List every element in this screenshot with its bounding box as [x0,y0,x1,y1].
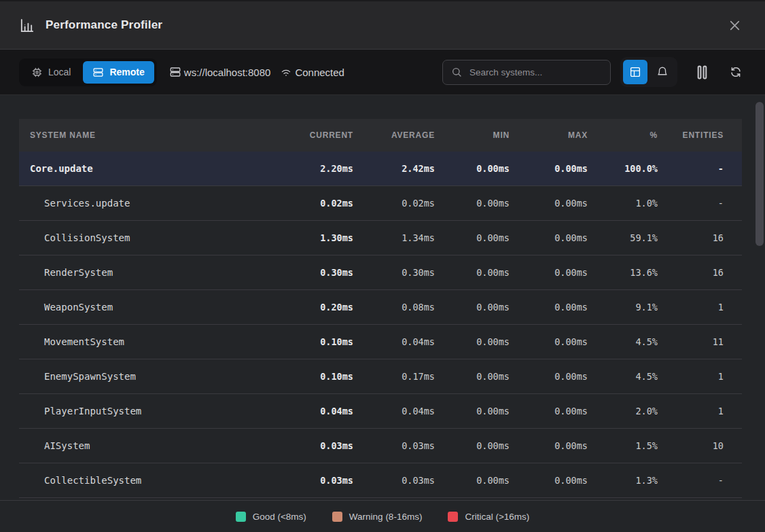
systems-table: SYSTEM NAME CURRENT AVERAGE MIN MAX % EN… [19,119,742,498]
average-cell: 0.30ms [353,267,435,278]
max-cell: 0.00ms [510,198,588,209]
table-row[interactable]: WeaponSystem 0.20ms 0.08ms 0.00ms 0.00ms… [19,290,742,325]
search-icon [451,67,462,77]
endpoint-server-icon [169,66,181,78]
alerts-button[interactable] [650,60,675,84]
page-title: Performance Profiler [46,18,162,32]
percent-cell: 1.5% [588,440,658,451]
system-name-cell: Services.update [30,198,272,209]
performance-profiler-window: Performance Profiler Local [0,0,765,532]
local-mode-button[interactable]: Local [22,61,80,84]
bell-icon [656,66,669,78]
good-swatch-icon [236,512,246,522]
entities-cell: - [658,475,724,486]
entities-cell: 10 [658,440,724,451]
current-cell: 0.20ms [272,302,353,313]
threshold-legend: Good (<8ms) Warning (8-16ms) Critical (>… [0,500,765,532]
legend-item-warning: Warning (8-16ms) [332,512,423,522]
column-header-average[interactable]: AVERAGE [353,130,435,140]
table-row[interactable]: RenderSystem 0.30ms 0.30ms 0.00ms 0.00ms… [19,255,742,290]
search-box [442,60,611,85]
system-name-cell: MovementSystem [30,336,272,347]
current-cell: 0.30ms [272,267,353,278]
system-name-cell: RenderSystem [30,267,272,278]
table-view-button[interactable] [623,60,647,84]
percent-cell: 4.5% [588,371,658,382]
table-row[interactable]: MovementSystem 0.10ms 0.04ms 0.00ms 0.00… [19,325,742,359]
current-cell: 0.03ms [272,475,353,486]
column-header-min[interactable]: MIN [435,130,510,140]
bar-chart-icon [19,18,35,33]
critical-swatch-icon [448,512,458,522]
column-header-current[interactable]: CURRENT [272,130,353,140]
system-name-cell: EnemySpawnSystem [30,371,272,382]
max-cell: 0.00ms [510,406,588,416]
max-cell: 0.00ms [510,163,588,174]
percent-cell: 1.3% [588,475,658,486]
average-cell: 0.03ms [353,440,435,451]
warning-swatch-icon [332,512,342,522]
percent-cell: 59.1% [588,232,658,243]
refresh-icon [730,66,742,78]
search-input[interactable] [468,67,602,78]
system-name-cell: PlayerInputSystem [30,406,272,416]
entities-cell: 16 [658,232,724,243]
max-cell: 0.00ms [510,475,588,486]
refresh-button[interactable] [726,62,746,82]
entities-cell: - [658,198,724,209]
column-header-percent[interactable]: % [588,130,658,140]
local-mode-label: Local [48,67,71,77]
connection-status: Connected [295,67,344,78]
min-cell: 0.00ms [435,302,510,313]
pause-button[interactable] [692,61,712,84]
legend-item-good: Good (<8ms) [236,512,306,522]
remote-mode-button[interactable]: Remote [83,61,154,84]
entities-cell: 1 [658,371,724,382]
column-header-max[interactable]: MAX [510,130,588,140]
max-cell: 0.00ms [510,440,588,451]
connection-info: ws://localhost:8080 Connected [169,66,344,78]
min-cell: 0.00ms [435,371,510,382]
system-name-cell: WeaponSystem [30,302,272,313]
column-header-system-name[interactable]: SYSTEM NAME [30,130,272,140]
current-cell: 0.10ms [272,336,353,347]
table-row[interactable]: PlayerInputSystem 0.04ms 0.04ms 0.00ms 0… [19,394,742,429]
vertical-scrollbar-thumb[interactable] [755,102,764,246]
cpu-chip-icon [31,67,43,78]
average-cell: 1.34ms [353,232,435,243]
table-row[interactable]: AISystem 0.03ms 0.03ms 0.00ms 0.00ms 1.5… [19,429,742,463]
column-header-entities[interactable]: ENTITIES [658,130,724,140]
legend-label-good: Good (<8ms) [253,512,306,522]
max-cell: 0.00ms [510,371,588,382]
server-icon [92,67,104,78]
current-cell: 0.04ms [272,406,353,416]
table-row[interactable]: Services.update 0.02ms 0.02ms 0.00ms 0.0… [19,186,742,221]
legend-item-critical: Critical (>16ms) [448,512,529,522]
endpoint-url: ws://localhost:8080 [184,67,271,78]
close-button[interactable] [724,14,746,37]
pause-icon [696,65,708,79]
average-cell: 0.04ms [353,336,435,347]
min-cell: 0.00ms [435,163,510,174]
table-row[interactable]: EnemySpawnSystem 0.10ms 0.17ms 0.00ms 0.… [19,359,742,394]
close-icon [728,18,742,33]
table-row[interactable]: CollisionSystem 1.30ms 1.34ms 0.00ms 0.0… [19,221,742,255]
current-cell: 0.02ms [272,198,353,209]
entities-cell: 11 [658,336,724,347]
max-cell: 0.00ms [510,267,588,278]
min-cell: 0.00ms [435,198,510,209]
percent-cell: 1.0% [588,198,658,209]
min-cell: 0.00ms [435,336,510,347]
connection-mode-toggle: Local Remote [19,58,157,86]
max-cell: 0.00ms [510,302,588,313]
system-name-cell: AISystem [30,440,272,451]
remote-mode-label: Remote [109,67,144,77]
percent-cell: 13.6% [588,267,658,278]
table-row[interactable]: CollectibleSystem 0.03ms 0.03ms 0.00ms 0… [19,463,742,498]
percent-cell: 9.1% [588,302,658,313]
min-cell: 0.00ms [435,267,510,278]
table-row[interactable]: Core.update 2.20ms 2.42ms 0.00ms 0.00ms … [19,152,742,186]
min-cell: 0.00ms [435,406,510,416]
average-cell: 0.04ms [353,406,435,416]
min-cell: 0.00ms [435,232,510,243]
